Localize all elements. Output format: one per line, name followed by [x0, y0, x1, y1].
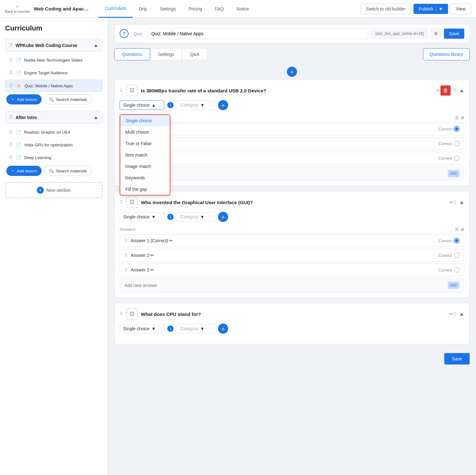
dropdown-item-multi-choice[interactable]: Multi choice	[120, 126, 170, 138]
dropdown-item-single-choice[interactable]: Single choice	[120, 115, 170, 126]
search-materials-icon-2: 🔍	[49, 169, 54, 173]
lesson-item-deep-learning[interactable]: ⠿ 📄 Deep Learning	[5, 152, 102, 163]
q1-image-button[interactable]: 🖼	[126, 85, 138, 96]
q1-category-label: Category	[180, 103, 198, 108]
lesson-item-quiz-mobile[interactable]: ⠿ ⚙ Quiz: Mobile / Native Apps	[5, 80, 102, 92]
q2-drag-handle[interactable]: ⠿	[120, 200, 123, 205]
tab-settings[interactable]: Settings	[154, 0, 182, 18]
tab-notice[interactable]: Notice	[230, 0, 255, 18]
q2-a3-text: Answer 3 ✏	[131, 267, 438, 272]
q2-move-handle[interactable]: ⠿	[453, 200, 457, 205]
q1-a2-radio[interactable]	[454, 141, 459, 146]
quiz-label: Quiz	[132, 31, 144, 36]
add-question-button-top[interactable]: ＋	[287, 67, 297, 77]
questions-library-button[interactable]: Questions library	[423, 48, 470, 60]
new-section-button[interactable]: ＋ New section	[5, 182, 102, 198]
q1-a2-correct: Correct	[438, 141, 459, 146]
question-3-header: ⠿ 🖼 What does CPU stand for? ✏ ⠿ ▲	[120, 308, 464, 320]
dropdown-item-image-match[interactable]: Image match	[120, 161, 170, 172]
q3-info-button[interactable]: i	[167, 325, 174, 332]
q1-add-answer-input[interactable]	[124, 171, 448, 176]
q1-a1-radio[interactable]	[454, 126, 459, 132]
tab-curriculum[interactable]: Curriculum	[98, 0, 133, 18]
question-2-header: ⠿ 🖼 Who invented the Graphical User Inte…	[120, 197, 464, 208]
q1-info-button[interactable]: i	[167, 102, 174, 108]
section-1-drag-handle[interactable]: ⠿	[9, 42, 13, 48]
q2-a3-drag[interactable]: ⠿	[124, 267, 128, 272]
q1-a3-radio[interactable]	[454, 155, 459, 161]
q1-type-select[interactable]: Single choice ▲	[120, 100, 164, 110]
q3-add-option-button[interactable]: ＋	[218, 324, 228, 334]
q2-edit-button[interactable]: ✏	[449, 200, 453, 205]
tab-qna[interactable]: Q&A	[182, 48, 208, 60]
lesson-item-engine[interactable]: ⠿ 📄 Engine Target Audience	[5, 67, 102, 78]
tab-faq[interactable]: FAQ	[208, 0, 230, 18]
q3-collapse-button[interactable]: ▲	[459, 311, 464, 317]
q3-type-select[interactable]: Single choice ▼	[120, 324, 164, 333]
q2-a2-radio[interactable]	[454, 252, 459, 258]
copy-icon: ⧉	[434, 31, 437, 36]
q1-drag-handle[interactable]: ⠿	[120, 88, 123, 93]
q1-list-view-icon[interactable]: ☰	[455, 115, 459, 120]
q1-edit-button[interactable]: ✏	[437, 88, 440, 93]
q2-grid-view-icon[interactable]: ⊞	[461, 227, 464, 232]
section-2-drag-handle[interactable]: ⠿	[9, 114, 13, 120]
q1-type-label: Single choice	[123, 103, 149, 108]
q2-add-option-button[interactable]: ＋	[218, 212, 228, 222]
q1-add-option-button[interactable]: ＋	[218, 100, 228, 110]
copy-shortcode-button[interactable]: ⧉	[431, 28, 441, 39]
lesson-quiz-icon: ⚙	[16, 83, 22, 89]
dropdown-item-item-match[interactable]: Item match	[120, 149, 170, 161]
q2-a1-drag[interactable]: ⠿	[124, 238, 128, 243]
publish-button[interactable]: Publish ▼	[413, 4, 448, 14]
quiz-title-input[interactable]	[147, 28, 368, 39]
q3-drag-handle[interactable]: ⠿	[120, 311, 123, 317]
q1-category-select[interactable]: Category ▼	[177, 100, 215, 110]
tab-drip[interactable]: Drip	[133, 0, 154, 18]
dropdown-item-true-false[interactable]: True or False	[120, 138, 170, 149]
q1-a1-correct: Correct	[438, 126, 459, 132]
q1-collapse-button[interactable]: ▲	[459, 88, 464, 93]
q1-grid-view-icon[interactable]: ⊞	[461, 115, 464, 120]
dropdown-item-fill-gap[interactable]: Fill the gap	[120, 184, 170, 195]
q3-move-handle[interactable]: ⠿	[453, 311, 457, 317]
lesson-item-volta[interactable]: ⠿ 📄 Volta GPU for optimization.	[5, 139, 102, 151]
section-1-collapse-button[interactable]: ▲	[93, 43, 98, 48]
q2-image-button[interactable]: 🖼	[126, 197, 138, 208]
view-button[interactable]: View	[451, 3, 471, 14]
q2-a2-drag[interactable]: ⠿	[124, 253, 128, 258]
q2-category-select[interactable]: Category ▼	[177, 212, 215, 222]
q1-delete-button[interactable]: 🗑	[440, 85, 451, 96]
bottom-save-button[interactable]: Save	[444, 353, 470, 365]
q2-a3-radio[interactable]	[454, 267, 459, 273]
q3-image-button[interactable]: 🖼	[126, 308, 138, 320]
q2-text: Who invented the Graphical User Interfac…	[141, 200, 446, 205]
dropdown-item-keywords[interactable]: Keywords	[120, 172, 170, 184]
q2-collapse-button[interactable]: ▲	[459, 199, 464, 205]
tab-quiz-settings[interactable]: Settings	[150, 48, 182, 60]
search-materials-button-1[interactable]: 🔍 Search materials	[44, 94, 92, 104]
publish-dropdown-arrow[interactable]: ▼	[436, 6, 443, 11]
q3-edit-button[interactable]: ✏	[449, 311, 453, 317]
q2-add-answer-button[interactable]: ADD	[448, 282, 459, 289]
back-button[interactable]: ← Back to courses	[5, 4, 30, 14]
add-lesson-button-1[interactable]: ＋ Add lesson	[6, 94, 42, 104]
q1-image-icon: 🖼	[129, 88, 135, 93]
q2-add-answer-input[interactable]	[124, 283, 448, 288]
switch-old-builder-button[interactable]: Switch to old builder	[360, 3, 411, 14]
q3-category-select[interactable]: Category ▼	[177, 324, 215, 333]
q2-info-button[interactable]: i	[167, 214, 174, 220]
lesson-item-ue4[interactable]: ⠿ 📄 Realistic Graphic on UE4	[5, 126, 102, 138]
q1-move-handle[interactable]: ⠿	[453, 88, 457, 93]
lesson-item-nvidia[interactable]: ⠿ 📄 Nvidia New Technologies Slides	[5, 54, 102, 66]
q1-add-answer-button[interactable]: ADD	[448, 170, 459, 177]
tab-pricing[interactable]: Pricing	[182, 0, 208, 18]
tab-questions[interactable]: Questions	[114, 48, 150, 60]
add-lesson-button-2[interactable]: ＋ Add lesson	[6, 166, 42, 176]
q2-type-select[interactable]: Single choice ▼	[120, 212, 164, 222]
section-2-collapse-button[interactable]: ▲	[93, 115, 98, 120]
search-materials-button-2[interactable]: 🔍 Search materials	[44, 166, 92, 176]
q2-a1-radio[interactable]	[454, 238, 459, 244]
quiz-save-button[interactable]: Save	[444, 29, 464, 39]
q2-list-view-icon[interactable]: ☰	[455, 227, 459, 232]
